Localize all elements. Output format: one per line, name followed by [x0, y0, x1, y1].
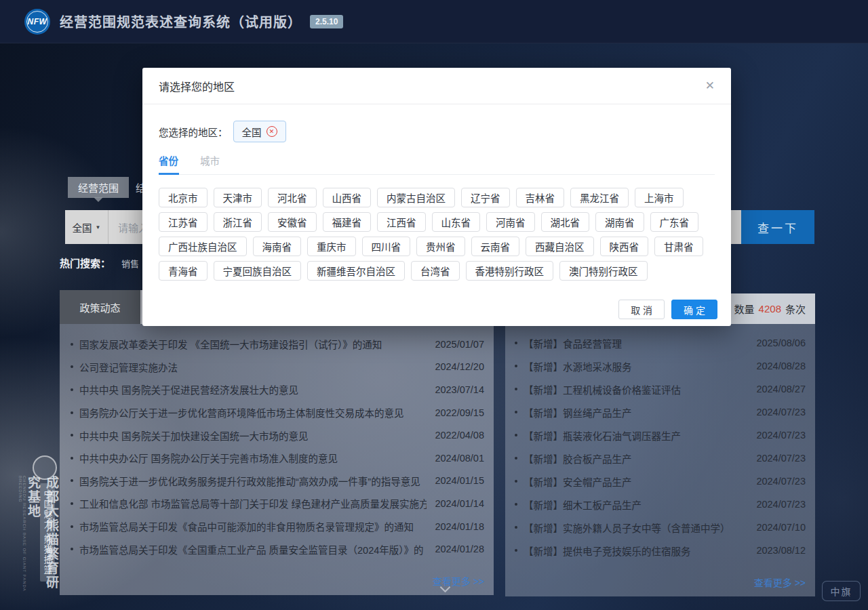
province-chip[interactable]: 青海省	[159, 261, 208, 281]
province-chip[interactable]: 福建省	[323, 212, 372, 232]
province-chip[interactable]: 山西省	[323, 188, 372, 207]
term-list-item[interactable]: 【新增】实施外籍人员子女中等（含普通中学） 2024/07/10	[515, 516, 806, 539]
hot-search-term[interactable]: 销售	[121, 257, 139, 270]
province-chip[interactable]: 山东省	[432, 212, 481, 232]
tab-city[interactable]: 城市	[200, 153, 220, 174]
term-list-item[interactable]: 【新增】钢丝绳产品生产 2024/07/23	[515, 401, 806, 424]
bullet-icon	[515, 411, 517, 413]
tab-business-scope[interactable]: 经营范围	[68, 177, 129, 198]
province-chip[interactable]: 辽宁省	[461, 188, 510, 207]
province-chip[interactable]: 香港特别行政区	[466, 261, 554, 281]
policy-item-title: 国务院关于进一步优化政务服务提升行政效能推动“高效办成一件事”的指导意见	[79, 474, 420, 488]
province-chip[interactable]: 台湾省	[411, 261, 460, 281]
policy-list-item[interactable]: 市场监管总局关于印发《全国重点工业产品 质量安全监管目录（2024年版）》的 2…	[71, 537, 484, 561]
province-chip[interactable]: 四川省	[362, 237, 411, 256]
province-chip[interactable]: 甘肃省	[654, 237, 703, 256]
province-chip[interactable]: 云南省	[471, 237, 520, 256]
terms-count-unit: 条次	[785, 302, 806, 316]
province-chip[interactable]: 陕西省	[600, 237, 649, 256]
province-chip[interactable]: 浙江省	[214, 212, 262, 232]
terms-view-more-link[interactable]: 查看更多 >>	[754, 575, 806, 589]
policy-list-item[interactable]: 中共中央 国务院关于加快建设全国统一大市场的意见 2022/04/08	[71, 424, 484, 447]
province-chip[interactable]: 吉林省	[516, 188, 565, 207]
policy-list-item[interactable]: 中共中央 国务院关于促进民营经济发展壮大的意见 2023/07/14	[71, 378, 484, 401]
province-chip[interactable]: 黑龙江省	[570, 188, 629, 207]
term-list-item[interactable]: 【新增】水源地采冰服务 2024/08/28	[515, 354, 806, 378]
province-chip[interactable]: 安徽省	[268, 212, 317, 232]
app-title: 经营范围规范表述查询系统（试用版）	[60, 12, 302, 31]
province-chip[interactable]: 西藏自治区	[526, 237, 594, 256]
province-chip[interactable]: 宁夏回族自治区	[214, 261, 302, 281]
panda-slogan-badge: 中国魅力·熊猫摇篮	[40, 483, 55, 582]
region-dropdown[interactable]: 全国 ▼	[65, 210, 108, 244]
app-logo-icon: NFW	[24, 9, 50, 35]
policy-list-item[interactable]: 中共中央办公厅 国务院办公厅关于完善市场准入制度的意见 2024/08/01	[71, 447, 484, 470]
modal-tabs: 省份 城市	[159, 153, 715, 175]
term-list-item[interactable]: 【新增】食品经营管理 2025/08/06	[515, 331, 806, 354]
province-chip[interactable]: 新疆维吾尔自治区	[307, 261, 405, 281]
policy-item-date: 2025/01/07	[427, 339, 484, 350]
new-terms-panel: 数量 4208 条次 【新增】食品经营管理 2025/08/06 【新增】水源地…	[505, 293, 815, 596]
term-list-item[interactable]: 【新增】细木工板产品生产 2024/07/23	[515, 493, 806, 516]
policy-item-date: 2024/01/28	[427, 544, 484, 554]
bullet-icon	[71, 365, 73, 368]
policy-view-more-link[interactable]: 查看更多 >>	[433, 574, 484, 588]
province-chip[interactable]: 湖南省	[595, 212, 644, 232]
app-root: CHENGDU RESEARCH BASE OF GIANT PANDA BRE…	[0, 0, 868, 610]
province-chip[interactable]: 江西省	[377, 212, 426, 232]
selected-region-chip[interactable]: 全国 ✕	[233, 121, 286, 142]
close-icon[interactable]: ✕	[705, 80, 715, 92]
bullet-icon	[515, 457, 517, 460]
terms-count-value: 4208	[759, 303, 781, 314]
zhongqi-float-button[interactable]: 中旗	[822, 581, 861, 601]
province-chip[interactable]: 广西壮族自治区	[159, 237, 247, 256]
term-list-item[interactable]: 【新增】瓶装液化石油气调压器生产 2024/07/23	[515, 424, 806, 447]
term-list-item[interactable]: 【新增】工程机械设备价格鉴证评估 2024/08/27	[515, 378, 806, 401]
province-chip[interactable]: 澳门特别行政区	[559, 261, 648, 281]
policy-list-item[interactable]: 公司登记管理实施办法 2024/12/20	[71, 356, 484, 379]
province-chip[interactable]: 湖北省	[541, 212, 590, 232]
bullet-icon	[515, 526, 517, 529]
version-badge: 2.5.10	[310, 15, 343, 28]
policy-item-title: 市场监管总局关于印发《全国重点工业产品 质量安全监管目录（2024年版）》的	[79, 542, 424, 556]
policy-item-title: 市场监管总局关于印发《食品中可能添加的非食用物质名录管理规定》的通知	[79, 519, 414, 533]
term-list-item[interactable]: 【新增】安全帽产品生产 2024/07/23	[515, 470, 806, 493]
province-chip[interactable]: 北京市	[159, 188, 208, 207]
term-item-title: 【新增】食品经营管理	[524, 336, 622, 350]
tab-province[interactable]: 省份	[159, 153, 178, 174]
province-chip[interactable]: 河南省	[486, 212, 535, 232]
province-chip[interactable]: 广东省	[650, 212, 699, 232]
term-item-title: 【新增】胶合板产品生产	[524, 451, 632, 466]
policy-list-item[interactable]: 国务院办公厅关于进一步优化营商环境降低市场主体制度性交易成本的意见 2022/0…	[71, 401, 484, 424]
bullet-icon	[71, 525, 73, 528]
province-chip[interactable]: 河北省	[268, 188, 317, 207]
policy-item-date: 2024/01/15	[427, 475, 484, 486]
policy-list-item[interactable]: 国家发展改革委关于印发 《全国统一大市场建设指引（试行）》的通知 2025/01…	[71, 333, 484, 356]
policy-list-item[interactable]: 国务院关于进一步优化政务服务提升行政效能推动“高效办成一件事”的指导意见 202…	[71, 470, 484, 493]
province-chip[interactable]: 海南省	[253, 237, 302, 256]
province-chip[interactable]: 内蒙古自治区	[377, 188, 455, 207]
term-item-date: 2024/07/23	[748, 499, 806, 510]
bullet-icon	[515, 549, 517, 552]
remove-region-icon[interactable]: ✕	[267, 126, 277, 137]
province-chip[interactable]: 天津市	[214, 188, 262, 207]
tab-policy-news[interactable]: 政策动态	[60, 290, 140, 324]
modal-header: 请选择您的地区 ✕	[142, 68, 731, 104]
term-list-item[interactable]: 【新增】提供电子竞技娱乐的住宿服务 2023/08/12	[515, 539, 806, 562]
policy-list-item[interactable]: 市场监管总局关于印发《食品中可能添加的非食用物质名录管理规定》的通知 2024/…	[71, 515, 484, 538]
province-chip[interactable]: 贵州省	[416, 237, 465, 256]
province-chip[interactable]: 重庆市	[307, 237, 356, 256]
province-chip[interactable]: 上海市	[635, 188, 684, 207]
policy-list-item[interactable]: 工业和信息化部 市场监管总局等十部门关于印发 绿色建材产业高质量发展实施方 20…	[71, 492, 484, 515]
confirm-button[interactable]: 确 定	[671, 300, 717, 319]
policy-item-date: 2024/08/01	[427, 453, 484, 464]
region-select-modal: 请选择您的地区 ✕ 您选择的地区： 全国 ✕ 省份 城市 北京市天津市河北省山西…	[142, 68, 731, 326]
term-list-item[interactable]: 【新增】胶合板产品生产 2024/07/23	[515, 447, 806, 470]
cancel-button[interactable]: 取 消	[618, 300, 665, 319]
bullet-icon	[515, 434, 517, 436]
policy-item-title: 公司登记管理实施办法	[79, 360, 178, 374]
modal-title: 请选择您的地区	[159, 78, 235, 94]
province-chip[interactable]: 江苏省	[159, 212, 208, 232]
search-button[interactable]: 查一下	[741, 210, 814, 244]
term-item-date: 2023/08/12	[748, 545, 806, 556]
